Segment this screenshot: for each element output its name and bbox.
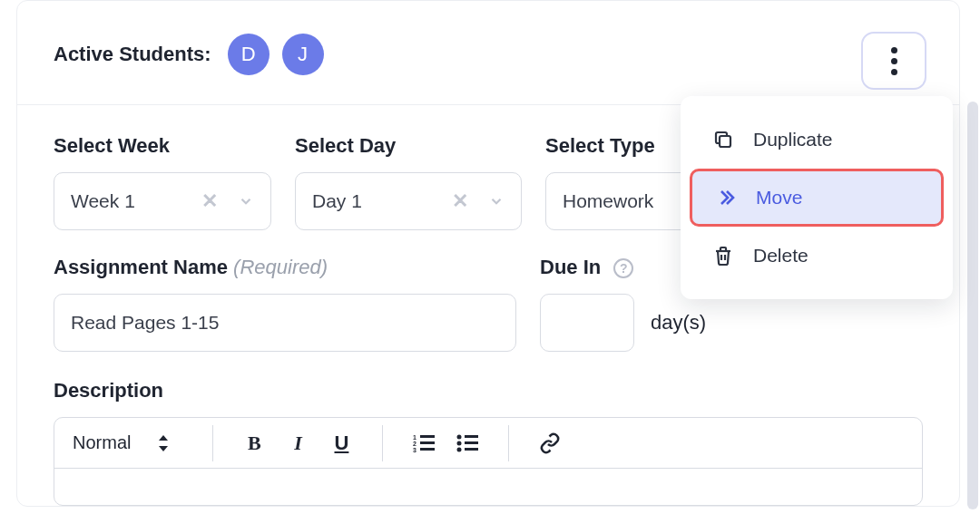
svg-marker-1	[159, 446, 168, 451]
svg-text:2: 2	[413, 441, 416, 447]
svg-rect-14	[720, 136, 730, 147]
scrollbar[interactable]	[967, 102, 978, 509]
svg-marker-0	[159, 435, 168, 441]
assignment-name-label: Assignment Name (Required)	[54, 256, 516, 279]
editor-content[interactable]	[54, 469, 922, 505]
svg-rect-13	[465, 448, 478, 451]
unordered-list-icon	[456, 433, 478, 453]
toolbar-divider	[382, 425, 383, 461]
menu-item-move[interactable]: Move	[690, 169, 944, 227]
link-button[interactable]	[533, 426, 567, 461]
svg-rect-5	[420, 441, 435, 444]
move-icon	[714, 186, 738, 209]
menu-label: Duplicate	[753, 129, 833, 150]
chevron-down-icon	[238, 193, 254, 209]
unordered-list-button[interactable]	[450, 426, 485, 461]
ordered-list-button[interactable]: 123	[407, 426, 441, 461]
duplicate-icon	[711, 128, 735, 151]
svg-point-12	[457, 447, 462, 451]
more-icon	[891, 47, 897, 75]
options-menu: Duplicate Move Delete	[681, 96, 953, 299]
format-value: Normal	[73, 432, 131, 453]
italic-button[interactable]: I	[280, 426, 315, 461]
assignment-name-field: Assignment Name (Required)	[54, 256, 516, 352]
menu-item-delete[interactable]: Delete	[690, 227, 944, 285]
assignment-name-input[interactable]	[54, 294, 516, 352]
editor-toolbar: Normal B I U 123	[54, 418, 922, 469]
bold-button[interactable]: B	[237, 426, 271, 461]
select-day-field: Select Day Day 1 ✕	[295, 134, 522, 230]
svg-rect-9	[465, 435, 478, 438]
description-field: Description Normal B I U 123	[54, 379, 923, 506]
menu-label: Delete	[753, 245, 808, 267]
svg-rect-3	[420, 435, 435, 438]
svg-rect-11	[465, 441, 478, 444]
more-options-button[interactable]	[861, 32, 926, 90]
student-avatar[interactable]: D	[228, 34, 270, 75]
svg-point-10	[457, 441, 462, 445]
svg-point-8	[457, 434, 462, 439]
select-day-dropdown[interactable]: Day 1 ✕	[295, 172, 522, 230]
due-in-unit: day(s)	[651, 311, 706, 335]
clear-icon[interactable]: ✕	[201, 189, 218, 213]
select-week-field: Select Week Week 1 ✕	[54, 134, 271, 230]
sort-icon	[158, 435, 169, 451]
due-in-input[interactable]	[540, 294, 634, 352]
active-students-label: Active Students:	[54, 43, 211, 66]
description-label: Description	[54, 379, 163, 402]
chevron-down-icon	[488, 193, 505, 209]
format-dropdown[interactable]: Normal	[73, 432, 189, 453]
student-avatar[interactable]: J	[282, 34, 324, 75]
required-hint: (Required)	[233, 256, 328, 278]
delete-icon	[711, 244, 735, 267]
toolbar-divider	[212, 425, 213, 461]
ordered-list-icon: 123	[413, 433, 435, 453]
underline-button[interactable]: U	[324, 426, 358, 461]
toolbar-divider	[508, 425, 509, 461]
select-week-value: Week 1	[71, 190, 201, 212]
rich-text-editor: Normal B I U 123	[54, 417, 923, 506]
card-header: Active Students: D J	[17, 1, 959, 105]
help-icon[interactable]: ?	[613, 258, 633, 278]
select-day-value: Day 1	[312, 190, 452, 212]
select-day-label: Select Day	[295, 134, 522, 158]
link-icon	[539, 432, 561, 454]
svg-rect-7	[420, 448, 435, 451]
menu-label: Move	[756, 187, 802, 209]
menu-item-duplicate[interactable]: Duplicate	[690, 111, 944, 169]
svg-text:3: 3	[413, 447, 416, 453]
select-week-dropdown[interactable]: Week 1 ✕	[54, 172, 271, 230]
select-week-label: Select Week	[54, 134, 271, 158]
svg-text:1: 1	[413, 434, 416, 441]
clear-icon[interactable]: ✕	[452, 189, 468, 213]
